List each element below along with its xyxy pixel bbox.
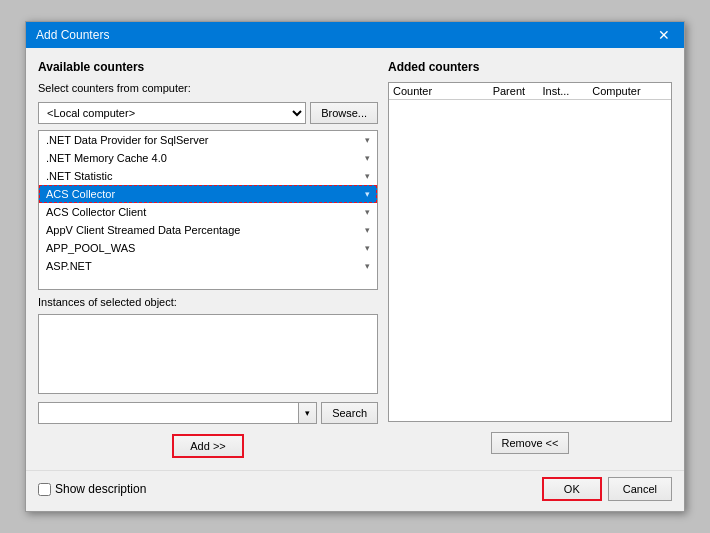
close-button[interactable]: ✕ (654, 28, 674, 42)
left-panel: Available counters Select counters from … (38, 60, 378, 458)
expand-arrow-icon: ▾ (365, 189, 370, 199)
expand-arrow-icon: ▾ (365, 225, 370, 235)
list-item[interactable]: ACS Collector Client ▾ (39, 203, 377, 221)
list-item[interactable]: .NET Statistic ▾ (39, 167, 377, 185)
show-description-label: Show description (55, 482, 146, 496)
dialog-body: Available counters Select counters from … (26, 48, 684, 470)
search-dropdown-arrow[interactable]: ▾ (299, 402, 317, 424)
dialog-title: Add Counters (36, 28, 109, 42)
add-button[interactable]: Add >> (172, 434, 243, 458)
computer-dropdown[interactable]: <Local computer> (38, 102, 306, 124)
select-computer-label: Select counters from computer: (38, 82, 378, 94)
counters-list[interactable]: .NET Data Provider for SqlServer ▾ .NET … (38, 130, 378, 290)
added-counters-label: Added counters (388, 60, 672, 74)
title-bar: Add Counters ✕ (26, 22, 684, 48)
remove-button[interactable]: Remove << (491, 432, 570, 454)
added-counters-box: Counter Parent Inst... Computer (388, 82, 672, 422)
cancel-button[interactable]: Cancel (608, 477, 672, 501)
right-panel: Added counters Counter Parent Inst... Co… (388, 60, 672, 458)
computer-select-row: <Local computer> Browse... (38, 102, 378, 124)
col-computer-header: Computer (592, 85, 667, 97)
expand-arrow-icon: ▾ (365, 243, 370, 253)
list-item[interactable]: AppV Client Streamed Data Percentage ▾ (39, 221, 377, 239)
search-row: ▾ Search (38, 402, 378, 424)
ok-button[interactable]: OK (542, 477, 602, 501)
list-item[interactable]: .NET Memory Cache 4.0 ▾ (39, 149, 377, 167)
search-button[interactable]: Search (321, 402, 378, 424)
dialog-footer: Show description OK Cancel (26, 470, 684, 511)
col-counter-header: Counter (393, 85, 493, 97)
instances-label: Instances of selected object: (38, 296, 378, 308)
list-item[interactable]: ASP.NET ▾ (39, 257, 377, 275)
table-header: Counter Parent Inst... Computer (389, 83, 671, 100)
search-input-wrap: ▾ (38, 402, 317, 424)
show-description-row: Show description (38, 482, 146, 496)
expand-arrow-icon: ▾ (365, 207, 370, 217)
remove-row: Remove << (388, 428, 672, 458)
instances-box (38, 314, 378, 394)
search-input[interactable] (38, 402, 299, 424)
list-item[interactable]: APP_POOL_WAS ▾ (39, 239, 377, 257)
table-body (389, 100, 671, 421)
expand-arrow-icon: ▾ (365, 261, 370, 271)
add-row: Add >> (38, 434, 378, 458)
available-counters-label: Available counters (38, 60, 378, 74)
col-parent-header: Parent (493, 85, 543, 97)
expand-arrow-icon: ▾ (365, 135, 370, 145)
col-inst-header: Inst... (542, 85, 592, 97)
expand-arrow-icon: ▾ (365, 153, 370, 163)
add-counters-dialog: Add Counters ✕ Available counters Select… (25, 21, 685, 512)
footer-buttons: OK Cancel (542, 477, 672, 501)
show-description-checkbox[interactable] (38, 483, 51, 496)
list-item-selected[interactable]: ACS Collector ▾ (39, 185, 377, 203)
list-item[interactable]: .NET Data Provider for SqlServer ▾ (39, 131, 377, 149)
browse-button[interactable]: Browse... (310, 102, 378, 124)
expand-arrow-icon: ▾ (365, 171, 370, 181)
